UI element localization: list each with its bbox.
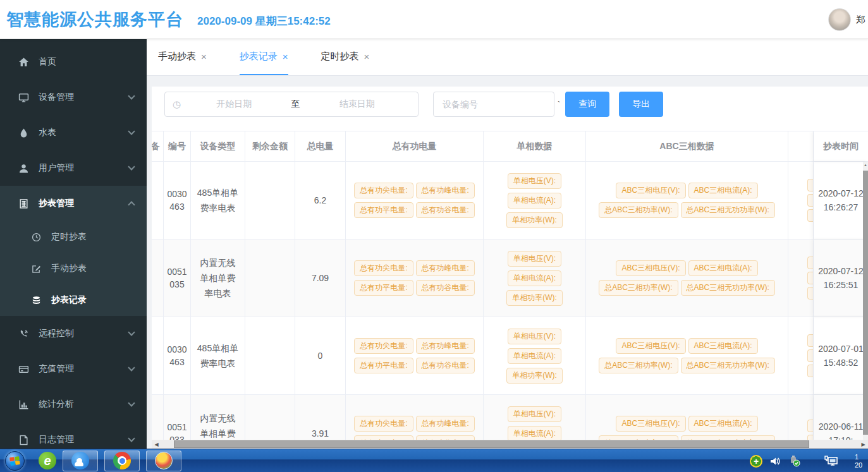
sidebar-item-recharge[interactable]: 充值管理 — [0, 351, 147, 387]
export-button[interactable]: 导出 — [619, 92, 663, 117]
scroll-up-arrow[interactable]: ▲ — [863, 162, 868, 168]
start-date-placeholder[interactable]: 开始日期 — [181, 99, 287, 110]
qq-browser-task[interactable] — [63, 451, 98, 471]
query-button[interactable]: 查询 — [565, 92, 609, 117]
tab-bar: 手动抄表 × 抄表记录 × 定时抄表 × — [147, 39, 868, 76]
vertical-scrollbar[interactable]: ▲ — [863, 162, 868, 440]
antivirus-tray-icon[interactable]: + — [750, 455, 762, 468]
usb-device-icon[interactable] — [788, 455, 802, 468]
cell-total-energy: 7.09 — [295, 239, 346, 317]
photo-app-icon — [155, 452, 173, 469]
table-row[interactable]: 0051033 内置无线单相单费率电表 3.91 总有功尖电量:总有功峰电量: … — [152, 395, 868, 440]
sidebar-item-remote-control[interactable]: 远程控制 — [0, 316, 147, 351]
tag-abc-current: ABC三相电流(A): — [688, 338, 758, 354]
cell-balance — [245, 395, 295, 440]
user-menu[interactable]: 郑 — [828, 0, 865, 39]
sidebar-item-scheduled-reading[interactable]: 定时抄表 — [0, 221, 147, 253]
tag-peak: 总有功尖电量: — [354, 416, 413, 432]
table-row[interactable]: 0030463 485单相单费率电表 6.2 总有功尖电量:总有功峰电量: 总有… — [152, 162, 868, 239]
date-range-separator: 至 — [288, 99, 304, 110]
tag-current: 单相电流(A): — [508, 270, 561, 286]
clipped-tag — [807, 334, 813, 347]
cell-balance — [245, 239, 295, 317]
table-row[interactable]: 0051035 内置无线单相单费率电表 7.09 总有功尖电量:总有功峰电量: … — [152, 239, 868, 317]
tag-voltage: 单相电压(V): — [508, 251, 561, 267]
table-row[interactable]: 0030463 485单相单费率电表 0 总有功尖电量:总有功峰电量: 总有功平… — [152, 317, 868, 395]
chrome-task[interactable] — [104, 451, 140, 471]
user-icon — [18, 162, 29, 174]
scroll-right-arrow[interactable]: ▶ — [859, 440, 868, 449]
sidebar-item-users[interactable]: 用户管理 — [0, 150, 147, 186]
clock-icon — [30, 231, 42, 243]
tab-reading-records[interactable]: 抄表记录 × — [240, 39, 288, 75]
sidebar-item-water-meter[interactable]: 水表 — [0, 115, 147, 150]
username: 郑 — [856, 14, 865, 26]
clipped-tag — [807, 349, 813, 362]
tag-high: 总有功峰电量: — [416, 338, 475, 354]
bar-chart-icon — [18, 399, 29, 410]
network-icon[interactable] — [823, 454, 840, 468]
tag-voltage: 单相电压(V): — [508, 406, 561, 422]
tag-abc-voltage: ABC三相电压(V): — [616, 260, 685, 276]
clipped-tag — [807, 257, 813, 269]
cell-total-energy: 0 — [295, 317, 346, 394]
horizontal-scroll-thumb[interactable] — [174, 440, 809, 448]
close-icon[interactable]: × — [283, 51, 288, 62]
col-single-phase: 单相数据 — [484, 131, 586, 161]
photo-app-task[interactable] — [146, 451, 181, 471]
tag-high: 总有功峰电量: — [416, 183, 475, 198]
chevron-down-icon — [128, 435, 135, 442]
avatar[interactable] — [828, 8, 851, 31]
sidebar-item-devices[interactable]: 设备管理 — [0, 80, 147, 115]
col-device-no: 编号 — [164, 131, 191, 161]
cell-hidden — [788, 395, 814, 440]
tab-manual-reading[interactable]: 手动抄表 × — [158, 39, 207, 75]
cell-hidden — [788, 317, 814, 394]
horizontal-scrollbar[interactable]: ◀ ▶ — [152, 440, 868, 449]
close-icon[interactable]: × — [364, 51, 370, 62]
tag-abc-reactive: 总ABC三相无功功率(W): — [681, 358, 775, 373]
content-panel: ◷ 开始日期 至 结束日期 ` 查询 导出 备 编号 设备类型 剩余金额 总电量… — [152, 87, 868, 449]
browser-360-icon[interactable]: e — [39, 452, 56, 469]
tag-flat: 总有功平电量: — [354, 280, 413, 296]
cell-device-type: 内置无线单相单费率电表 — [191, 395, 245, 440]
sidebar-item-meter-management[interactable]: 抄表管理 — [0, 186, 147, 221]
edit-icon — [30, 263, 42, 274]
sidebar-item-label: 远程控制 — [39, 328, 74, 339]
tag-power: 单相功率(W): — [506, 368, 563, 384]
speaker-icon[interactable] — [769, 455, 781, 468]
close-icon[interactable]: × — [201, 51, 207, 62]
clock-time: 1 — [855, 453, 868, 461]
clipped-tag — [807, 420, 813, 432]
vertical-scroll-thumb[interactable] — [863, 171, 868, 435]
cell-read-time: 2020-07-12 16:25:51 — [814, 239, 868, 317]
tag-peak: 总有功尖电量: — [354, 338, 413, 354]
sidebar-item-reading-records[interactable]: 抄表记录 — [0, 284, 147, 316]
sidebar: 首页 设备管理 水表 用户管理 抄表管理 定时抄表 — [0, 39, 147, 472]
tab-scheduled-reading[interactable]: 定时抄表 × — [321, 39, 370, 75]
tag-abc-power: 总ABC三相功率(W): — [599, 280, 678, 296]
tag-valley: 总有功谷电量: — [416, 280, 475, 296]
sidebar-item-manual-reading[interactable]: 手动抄表 — [0, 253, 147, 284]
cell-active-energy: 总有功尖电量:总有功峰电量: 总有功平电量:总有功谷电量: — [346, 239, 484, 317]
date-range-picker[interactable]: ◷ 开始日期 至 结束日期 — [164, 92, 419, 117]
cell-single-phase: 单相电压(V): 单相电流(A): 单相功率(W): — [484, 239, 586, 317]
search-toolbar: ◷ 开始日期 至 结束日期 ` 查询 导出 — [152, 87, 868, 117]
sidebar-item-label: 用户管理 — [39, 162, 74, 174]
sidebar-item-home[interactable]: 首页 — [0, 44, 147, 80]
sidebar-item-statistics[interactable]: 统计分析 — [0, 387, 147, 422]
end-date-placeholder[interactable]: 结束日期 — [304, 99, 410, 110]
clipped-tag — [807, 287, 813, 300]
device-number-input[interactable] — [433, 92, 554, 117]
chevron-down-icon — [128, 92, 135, 99]
col-hidden — [788, 131, 814, 161]
tag-voltage: 单相电压(V): — [508, 173, 561, 189]
tag-valley: 总有功谷电量: — [416, 202, 475, 218]
top-header: 智慧能源公共服务平台 2020-09-09 星期三15:42:52 郑 — [0, 0, 868, 39]
start-button[interactable] — [5, 451, 25, 471]
tag-valley: 总有功谷电量: — [416, 358, 475, 373]
tag-abc-reactive: 总ABC三相无功功率(W): — [681, 202, 775, 218]
tag-abc-voltage: ABC三相电压(V): — [616, 416, 685, 432]
taskbar-clock[interactable]: 1 20 — [855, 453, 868, 469]
scroll-left-arrow[interactable]: ◀ — [152, 440, 161, 449]
